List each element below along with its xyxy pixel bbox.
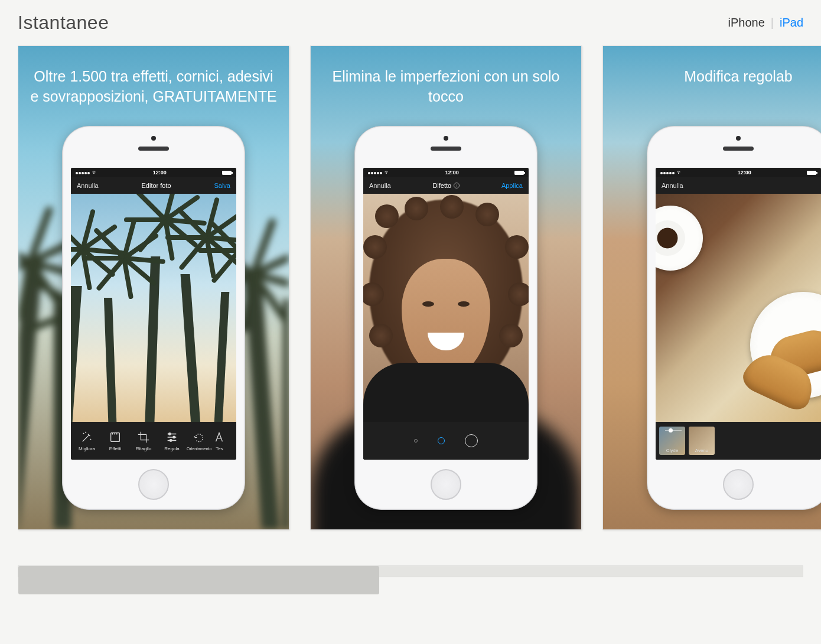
status-bar: ᯤ 12:00 (656, 168, 821, 177)
home-button (138, 469, 169, 500)
app-navbar: Annulla Difetto i Applica (363, 177, 529, 194)
device-toggle-iphone[interactable]: iPhone (728, 16, 764, 30)
screenshot-3[interactable]: Modifica regolab ᯤ 12:00 Annulla (602, 45, 821, 530)
home-button (723, 469, 754, 500)
wand-icon (80, 431, 93, 444)
nav-title: Difetto i (432, 182, 460, 189)
home-button (431, 469, 461, 500)
nav-apply-button[interactable]: Applica (501, 182, 523, 189)
info-icon[interactable]: i (454, 183, 460, 188)
phone-screen: ᯤ 12:00 Annulla Difetto i Applica (363, 168, 529, 460)
tool-orientation[interactable]: Orientamento (187, 431, 211, 451)
screenshot-gallery: Oltre 1.500 tra effetti, cornici, adesiv… (0, 40, 821, 548)
app-navbar: Annulla (656, 177, 821, 194)
signal-icon: ᯤ (368, 170, 390, 175)
tool-label: Ritaglio (136, 446, 152, 451)
status-time: 12:00 (153, 170, 167, 175)
thumb-label: Clyde (666, 448, 678, 453)
battery-icon (807, 171, 816, 175)
screenshot-3-caption: Modifica regolab (615, 67, 821, 87)
phone-screen: ᯤ 12:00 Annulla Editor foto Salva (71, 168, 236, 460)
signal-icon: ᯤ (660, 170, 682, 175)
tool-label: Regola (164, 446, 179, 451)
tool-adjust[interactable]: Regola (158, 431, 185, 451)
rotate-icon (193, 431, 206, 444)
nav-title: Editor foto (142, 182, 171, 189)
phone-screen: ᯤ 12:00 Annulla (656, 168, 821, 460)
crop-icon (137, 431, 150, 444)
nav-title-text: Difetto (432, 182, 451, 189)
brush-size-row (363, 422, 529, 460)
filter-thumb-clyde[interactable]: Clyde (659, 427, 685, 455)
screenshot-2-caption: Elimina le imperfezioni con un solo tocc… (322, 67, 569, 107)
filter-thumbs: Clyde Avenu (656, 422, 821, 460)
tool-label: Effetti (109, 446, 121, 451)
screenshot-1[interactable]: Oltre 1.500 tra effetti, cornici, adesiv… (18, 45, 289, 530)
tool-crop[interactable]: Ritaglio (130, 431, 157, 451)
tool-effects[interactable]: Effetti (102, 431, 129, 451)
horizontal-scrollbar[interactable] (18, 565, 803, 577)
nav-save-button[interactable]: Salva (214, 182, 230, 189)
screenshot-1-caption: Oltre 1.500 tra effetti, cornici, adesiv… (30, 67, 277, 107)
section-header: Istantanee iPhone | iPad (0, 0, 821, 40)
status-time: 12:00 (445, 170, 459, 175)
nav-cancel-button[interactable]: Annulla (77, 182, 99, 189)
scrollbar-thumb[interactable] (18, 566, 379, 594)
brush-size-medium[interactable] (438, 437, 445, 444)
phone-frame: ᯤ 12:00 Annulla (647, 126, 821, 510)
status-time: 12:00 (738, 170, 751, 175)
device-toggle-ipad[interactable]: iPad (780, 16, 803, 30)
tool-label: Orientamento (187, 447, 211, 451)
screenshot-2[interactable]: Elimina le imperfezioni con un solo tocc… (310, 45, 582, 530)
battery-icon (514, 171, 524, 175)
signal-icon: ᯤ (76, 170, 97, 175)
sliders-icon (165, 431, 178, 444)
nav-cancel-button[interactable]: Annulla (662, 182, 683, 189)
separator: | (771, 16, 774, 30)
editor-toolbar: Migliora Effetti Ritaglio Regola (71, 422, 236, 460)
section-title: Istantanee (18, 12, 109, 34)
thumb-label: Avenu (695, 448, 709, 453)
svg-point-2 (173, 436, 175, 438)
nav-cancel-button[interactable]: Annulla (369, 182, 391, 189)
filter-thumb-avenue[interactable]: Avenu (689, 427, 715, 455)
brush-size-small[interactable] (414, 439, 418, 443)
status-bar: ᯤ 12:00 (71, 168, 236, 177)
status-bar: ᯤ 12:00 (363, 168, 529, 177)
device-toggle: iPhone | iPad (728, 16, 803, 30)
brush-size-large[interactable] (465, 434, 478, 447)
phone-frame: ᯤ 12:00 Annulla Editor foto Salva (62, 126, 245, 510)
tool-text[interactable]: Tes (213, 431, 226, 451)
photo-canvas[interactable] (656, 194, 821, 422)
text-icon (213, 431, 226, 444)
battery-icon (222, 171, 232, 175)
tool-enhance[interactable]: Migliora (73, 431, 100, 451)
svg-point-3 (170, 439, 172, 441)
photo-canvas[interactable] (71, 194, 236, 422)
effects-icon (109, 431, 122, 444)
tool-label: Migliora (79, 446, 95, 451)
tool-label: Tes (216, 446, 223, 451)
svg-point-1 (169, 432, 171, 435)
screenshot-row[interactable]: Oltre 1.500 tra effetti, cornici, adesiv… (18, 45, 821, 542)
phone-frame: ᯤ 12:00 Annulla Difetto i Applica (354, 126, 537, 510)
photo-canvas[interactable] (363, 194, 529, 422)
app-navbar: Annulla Editor foto Salva (71, 177, 236, 194)
